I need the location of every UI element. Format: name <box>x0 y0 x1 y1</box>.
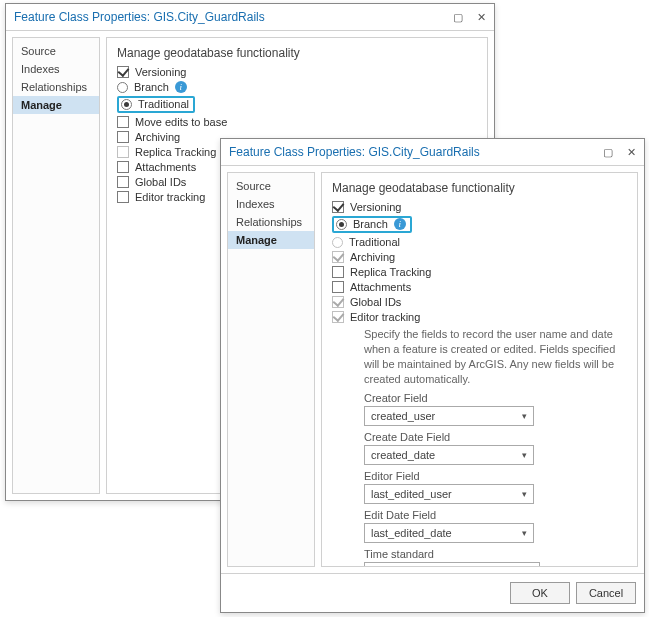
editortracking-label: Editor tracking <box>135 191 205 203</box>
branch-row[interactable]: Branch i <box>332 216 627 233</box>
archiving-row: Archiving <box>332 251 627 263</box>
editdate-field-select[interactable]: last_edited_date ▾ <box>364 523 534 543</box>
editor-field-label: Editor Field <box>364 470 627 482</box>
globalids-row: Global IDs <box>332 296 627 308</box>
checkbox-icon[interactable] <box>117 176 129 188</box>
checkbox-icon[interactable] <box>117 131 129 143</box>
branch-row[interactable]: Branch i <box>117 81 477 93</box>
content-heading: Manage geodatabase functionality <box>332 181 627 195</box>
versioning-row[interactable]: Versioning <box>117 66 477 78</box>
titlebar: Feature Class Properties: GIS.City_Guard… <box>6 4 494 31</box>
editortracking-label: Editor tracking <box>350 311 420 323</box>
traditional-row: Traditional <box>332 236 627 248</box>
content-heading: Manage geodatabase functionality <box>117 46 477 60</box>
nav-manage[interactable]: Manage <box>228 231 314 249</box>
window-title: Feature Class Properties: GIS.City_Guard… <box>14 10 265 24</box>
window-controls: ▢ ✕ <box>603 146 636 159</box>
replica-label: Replica Tracking <box>350 266 431 278</box>
traditional-highlight: Traditional <box>117 96 195 113</box>
checkbox-icon[interactable] <box>117 191 129 203</box>
radio-icon[interactable] <box>121 99 132 110</box>
info-icon[interactable]: i <box>175 81 187 93</box>
timestd-field-group: Time standard UTC (recommended) ⌄ <box>364 548 627 567</box>
traditional-label: Traditional <box>138 98 189 110</box>
maximize-icon[interactable]: ▢ <box>603 146 613 159</box>
editortracking-row: Editor tracking <box>332 311 627 323</box>
branch-label: Branch <box>134 81 169 93</box>
dialog-buttons: OK Cancel <box>221 573 644 612</box>
globalids-label: Global IDs <box>135 176 186 188</box>
checkbox-icon[interactable] <box>117 116 129 128</box>
radio-icon[interactable] <box>117 82 128 93</box>
info-icon[interactable]: i <box>394 218 406 230</box>
checkbox-icon <box>332 296 344 308</box>
nav-indexes[interactable]: Indexes <box>228 195 314 213</box>
nav-relationships[interactable]: Relationships <box>13 78 99 96</box>
manage-content: Manage geodatabase functionality Version… <box>321 172 638 567</box>
cancel-button[interactable]: Cancel <box>576 582 636 604</box>
archiving-label: Archiving <box>135 131 180 143</box>
replica-label: Replica Tracking <box>135 146 216 158</box>
select-value: last_edited_user <box>371 488 452 500</box>
chevron-down-icon: ▾ <box>522 528 527 538</box>
chevron-down-icon: ▾ <box>522 411 527 421</box>
checkbox-icon <box>332 251 344 263</box>
nav-manage[interactable]: Manage <box>13 96 99 114</box>
checkbox-icon[interactable] <box>332 201 344 213</box>
editor-field-select[interactable]: last_edited_user ▾ <box>364 484 534 504</box>
createdate-field-group: Create Date Field created_date ▾ <box>364 431 627 465</box>
nav-panel: Source Indexes Relationships Manage <box>227 172 315 567</box>
select-value: last_edited_date <box>371 527 452 539</box>
move-edits-label: Move edits to base <box>135 116 227 128</box>
editortracking-desc: Specify the fields to record the user na… <box>364 327 627 386</box>
versioning-label: Versioning <box>350 201 401 213</box>
window-branch: Feature Class Properties: GIS.City_Guard… <box>220 138 645 613</box>
createdate-field-select[interactable]: created_date ▾ <box>364 445 534 465</box>
attachments-label: Attachments <box>350 281 411 293</box>
branch-label: Branch <box>353 218 388 230</box>
radio-icon <box>332 237 343 248</box>
nav-source[interactable]: Source <box>228 177 314 195</box>
select-value: UTC (recommended) <box>371 566 474 567</box>
nav-panel: Source Indexes Relationships Manage <box>12 37 100 494</box>
checkbox-icon <box>117 146 129 158</box>
checkbox-icon[interactable] <box>332 281 344 293</box>
nav-indexes[interactable]: Indexes <box>13 60 99 78</box>
attachments-row[interactable]: Attachments <box>332 281 627 293</box>
creator-field-group: Creator Field created_user ▾ <box>364 392 627 426</box>
nav-source[interactable]: Source <box>13 42 99 60</box>
editor-field-group: Editor Field last_edited_user ▾ <box>364 470 627 504</box>
window-title: Feature Class Properties: GIS.City_Guard… <box>229 145 480 159</box>
close-icon[interactable]: ✕ <box>627 146 636 159</box>
globalids-label: Global IDs <box>350 296 401 308</box>
maximize-icon[interactable]: ▢ <box>453 11 463 24</box>
window-controls: ▢ ✕ <box>453 11 486 24</box>
creator-field-select[interactable]: created_user ▾ <box>364 406 534 426</box>
checkbox-icon[interactable] <box>117 161 129 173</box>
close-icon[interactable]: ✕ <box>477 11 486 24</box>
titlebar: Feature Class Properties: GIS.City_Guard… <box>221 139 644 166</box>
checkbox-icon[interactable] <box>332 266 344 278</box>
radio-icon[interactable] <box>336 219 347 230</box>
creator-field-label: Creator Field <box>364 392 627 404</box>
move-edits-row[interactable]: Move edits to base <box>117 116 477 128</box>
ok-button[interactable]: OK <box>510 582 570 604</box>
checkbox-icon <box>332 311 344 323</box>
timestd-field-select[interactable]: UTC (recommended) ⌄ <box>364 562 540 567</box>
replica-row[interactable]: Replica Tracking <box>332 266 627 278</box>
checkbox-icon[interactable] <box>117 66 129 78</box>
editdate-field-group: Edit Date Field last_edited_date ▾ <box>364 509 627 543</box>
editdate-field-label: Edit Date Field <box>364 509 627 521</box>
archiving-label: Archiving <box>350 251 395 263</box>
select-value: created_date <box>371 449 435 461</box>
attachments-label: Attachments <box>135 161 196 173</box>
createdate-field-label: Create Date Field <box>364 431 627 443</box>
traditional-row[interactable]: Traditional <box>117 96 477 113</box>
chevron-down-icon: ▾ <box>522 489 527 499</box>
chevron-down-icon: ▾ <box>522 450 527 460</box>
timestd-field-label: Time standard <box>364 548 627 560</box>
nav-relationships[interactable]: Relationships <box>228 213 314 231</box>
select-value: created_user <box>371 410 435 422</box>
versioning-row[interactable]: Versioning <box>332 201 627 213</box>
branch-highlight: Branch i <box>332 216 412 233</box>
